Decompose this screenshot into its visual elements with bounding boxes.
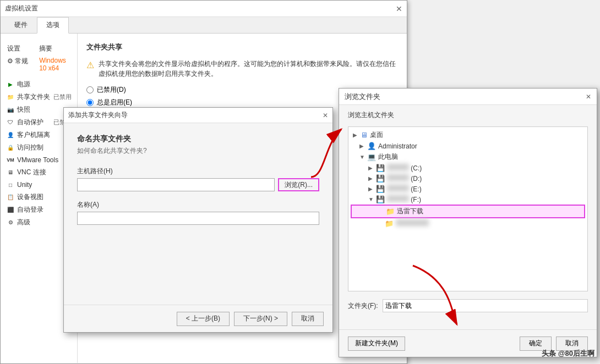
wizard-footer: < 上一步(B) 下一步(N) > 取消 [64, 305, 332, 332]
tree-item-drive-f[interactable]: ▼ 💾 (F:) [351, 194, 585, 205]
wizard-subheading: 如何命名此共享文件夹? [77, 146, 319, 156]
tree-item-blurred[interactable]: 📁 [351, 218, 585, 229]
tree-item-label-xunlei: 迅雷下载 [397, 207, 423, 216]
snapshot-icon: 📷 [6, 106, 15, 114]
tab-hardware[interactable]: 硬件 [5, 17, 37, 33]
desktop-icon: 🖥 [361, 131, 368, 139]
shared-folder-icon: 📁 [6, 93, 15, 102]
vm-settings-close-button[interactable]: ✕ [396, 4, 402, 13]
wizard-dialog: 添加共享文件夹向导 ✕ 命名共享文件夹 如何命名此共享文件夹? 主机路径(H) … [63, 107, 333, 333]
tree-item-label-administrator: Administrator [378, 142, 417, 150]
tree-item-administrator[interactable]: ▶ 👤 Administrator [351, 141, 585, 151]
sidebar-item-shared-folders[interactable]: 📁 共享文件夹 已禁用 [1, 91, 77, 103]
device-view-icon: 📋 [6, 193, 15, 202]
settings-row-general[interactable]: ⚙ 常规 Windows 10 x64 [7, 55, 70, 74]
next-button[interactable]: 下一步(N) > [234, 312, 287, 326]
sidebar-item-general-label: ⚙ 常规 [7, 57, 39, 72]
thispc-icon: 💻 [367, 153, 376, 161]
power-icon: ▶ [6, 80, 15, 89]
advanced-icon: ⚙ [6, 218, 15, 227]
wizard-title: 添加共享文件夹向导 [68, 111, 128, 120]
expand-icon-admin: ▶ [359, 143, 367, 149]
watermark: 头条 @80后生啊 [542, 349, 594, 359]
settings-col-label: 设置 [7, 44, 39, 53]
warning-text: 共享文件夹会将您的文件显示给虚拟机中的程序。这可能为您的计算机和数据带来风险。请… [99, 59, 398, 79]
browse-title: 浏览文件夹 [345, 92, 380, 102]
tree-item-label-desktop: 桌面 [370, 130, 383, 140]
new-folder-button[interactable]: 新建文件夹(M) [348, 337, 405, 351]
expand-icon-f: ▼ [368, 196, 376, 202]
radio-always-on-label: 总是启用(E) [97, 98, 132, 107]
tree-item-label-e: (E:) [387, 185, 422, 193]
expand-icon: ▶ [353, 132, 361, 138]
browse-close-button[interactable]: ✕ [586, 93, 591, 101]
host-path-label: 主机路径(H) [77, 167, 319, 176]
warning-box: ⚠ 共享文件夹会将您的文件显示给虚拟机中的程序。这可能为您的计算机和数据带来风险… [86, 59, 398, 79]
expand-icon-d: ▶ [368, 175, 376, 181]
host-path-input[interactable] [77, 178, 275, 191]
tree-item-label-c: (C:) [387, 164, 422, 172]
wizard-body: 命名共享文件夹 如何命名此共享文件夹? 主机路径(H) 浏览(R)... 名称(… [64, 123, 332, 236]
radio-disabled-input[interactable] [86, 86, 94, 93]
tree-item-drive-c[interactable]: ▶ 💾 (C:) [351, 163, 585, 173]
expand-icon-e: ▶ [368, 186, 376, 192]
tabs-bar: 硬件 选项 [1, 17, 407, 34]
wizard-close-button[interactable]: ✕ [323, 112, 328, 119]
folder-field-row: 文件夹(F): [339, 295, 597, 317]
name-input[interactable] [77, 212, 319, 225]
cancel-button[interactable]: 取消 [292, 312, 324, 326]
tree-item-desktop[interactable]: ▶ 🖥 桌面 [351, 129, 585, 141]
tree-item-thispc[interactable]: ▼ 💻 此电脑 [351, 151, 585, 163]
vmware-tools-icon: VM [6, 156, 15, 164]
tree-item-label-d: (D:) [387, 174, 422, 183]
radio-always-on-input[interactable] [86, 99, 94, 106]
folder-field-label: 文件夹(F): [348, 301, 378, 311]
browse-subtitle: 浏览主机文件夹 [339, 105, 597, 123]
blurred-folder-icon: 📁 [385, 219, 394, 228]
drive-e-icon: 💾 [376, 185, 385, 193]
vm-settings-title: 虚拟机设置 [5, 4, 38, 13]
radio-disabled-label: 已禁用(D) [97, 85, 126, 95]
drive-d-icon: 💾 [376, 174, 385, 183]
tree-container: ▶ 🖥 桌面 ▶ 👤 Administrator ▼ 💻 此电脑 ▶ 💾 (C:… [348, 126, 588, 291]
wizard-heading: 命名共享文件夹 [77, 134, 319, 144]
browse-dialog: 浏览文件夹 ✕ 浏览主机文件夹 ▶ 🖥 桌面 ▶ 👤 Administrator… [339, 88, 597, 357]
guest-isolation-icon: 👤 [6, 131, 15, 140]
warning-icon: ⚠ [86, 60, 94, 70]
wizard-title-bar: 添加共享文件夹向导 ✕ [64, 108, 332, 123]
settings-value-general: Windows 10 x64 [39, 57, 70, 72]
tree-item-drive-e[interactable]: ▶ 💾 (E:) [351, 184, 585, 194]
autologin-icon: ⬛ [6, 206, 15, 214]
vnc-icon: 🖥 [6, 168, 15, 177]
folder-field-input[interactable] [383, 299, 588, 312]
browse-title-bar: 浏览文件夹 ✕ [339, 89, 597, 105]
tab-options[interactable]: 选项 [37, 17, 69, 34]
tree-item-drive-d[interactable]: ▶ 💾 (D:) [351, 173, 585, 184]
panel-title: 文件夹共享 [86, 42, 398, 52]
name-label: 名称(A) [77, 200, 319, 209]
drive-c-icon: 💾 [376, 164, 385, 172]
tree-item-label-thispc: 此电脑 [378, 152, 398, 162]
drive-f-icon: 💾 [376, 195, 385, 203]
autoprotect-icon: 🛡 [6, 118, 15, 127]
access-control-icon: 🔒 [6, 144, 15, 152]
expand-icon-pc: ▼ [359, 154, 367, 160]
expand-icon-c: ▶ [368, 165, 376, 171]
tree-item-xunlei[interactable]: 📁 迅雷下载 [351, 205, 585, 218]
settings-summary-table: 设置 摘要 ⚙ 常规 Windows 10 x64 [1, 38, 77, 78]
unity-icon: □ [6, 180, 15, 189]
settings-header-row: 设置 摘要 [7, 42, 70, 55]
administrator-icon: 👤 [367, 142, 376, 150]
xunlei-folder-icon: 📁 [386, 207, 395, 216]
back-button[interactable]: < 上一步(B) [177, 312, 230, 326]
settings-col-value: 摘要 [39, 44, 71, 53]
tree-item-label-f: (F:) [387, 195, 421, 203]
tree-item-label-blurred [396, 219, 429, 228]
browse-button[interactable]: 浏览(R)... [278, 178, 319, 191]
host-path-row: 浏览(R)... [77, 178, 319, 191]
shared-folder-status: 已禁用 [53, 93, 72, 101]
sidebar-item-power[interactable]: ▶ 电源 [1, 78, 77, 91]
vm-settings-title-bar: 虚拟机设置 ✕ [1, 1, 407, 17]
